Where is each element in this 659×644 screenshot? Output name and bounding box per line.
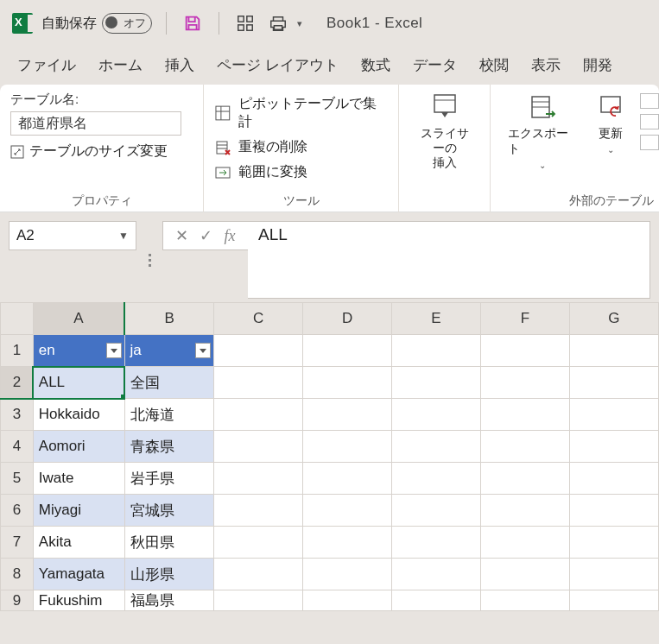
- unlink-icon[interactable]: [640, 135, 659, 150]
- cell[interactable]: [392, 335, 481, 367]
- cell[interactable]: [481, 463, 570, 495]
- tab-insert[interactable]: 挿入: [155, 50, 205, 80]
- cell[interactable]: [214, 590, 303, 611]
- addins-icon[interactable]: [233, 11, 257, 35]
- cell[interactable]: 山形県: [124, 559, 213, 590]
- cell[interactable]: 福島県: [124, 590, 213, 611]
- cell[interactable]: [569, 463, 658, 495]
- cell[interactable]: [392, 527, 481, 559]
- select-all-corner[interactable]: [1, 303, 34, 335]
- tab-developer[interactable]: 開発: [573, 50, 623, 80]
- cell[interactable]: [214, 367, 303, 399]
- cell[interactable]: [481, 559, 570, 590]
- cell[interactable]: Iwate: [33, 463, 124, 495]
- filter-dropdown-icon[interactable]: [106, 343, 122, 358]
- cell[interactable]: Yamagata: [33, 559, 124, 590]
- cell-A2[interactable]: ALL: [33, 367, 124, 399]
- cell[interactable]: Fukushim: [33, 590, 124, 611]
- tab-page-layout[interactable]: ページ レイアウト: [206, 50, 349, 80]
- cell[interactable]: Akita: [33, 527, 124, 559]
- open-in-browser-icon[interactable]: [640, 114, 659, 129]
- table-header-cell[interactable]: ja: [124, 335, 213, 367]
- tab-data[interactable]: データ: [402, 50, 467, 80]
- cell[interactable]: [569, 495, 658, 527]
- cell[interactable]: 北海道: [124, 399, 213, 431]
- cell[interactable]: [481, 495, 570, 527]
- save-icon[interactable]: [181, 11, 205, 35]
- cell[interactable]: 岩手県: [124, 463, 213, 495]
- chevron-down-icon[interactable]: ▼: [118, 230, 129, 242]
- cell[interactable]: [481, 527, 570, 559]
- export-button[interactable]: エクスポート ⌄: [501, 92, 583, 170]
- cell[interactable]: [303, 559, 392, 590]
- cell[interactable]: [303, 367, 392, 399]
- cell[interactable]: [569, 590, 658, 611]
- cell[interactable]: 秋田県: [124, 527, 213, 559]
- tab-view[interactable]: 表示: [521, 50, 571, 80]
- convert-to-range-button[interactable]: 範囲に変換: [214, 160, 388, 185]
- cell[interactable]: 青森県: [124, 431, 213, 463]
- cell[interactable]: [392, 559, 481, 590]
- cell[interactable]: 全国: [124, 367, 213, 399]
- cell[interactable]: [392, 399, 481, 431]
- col-header-C[interactable]: C: [214, 303, 303, 335]
- col-header-G[interactable]: G: [569, 303, 658, 335]
- cell[interactable]: [392, 590, 481, 611]
- cell[interactable]: [481, 590, 570, 611]
- filter-dropdown-icon[interactable]: [195, 343, 211, 358]
- cell[interactable]: [392, 495, 481, 527]
- row-header[interactable]: 9: [1, 590, 34, 611]
- row-header[interactable]: 2: [1, 367, 34, 399]
- row-header[interactable]: 3: [1, 399, 34, 431]
- tab-file[interactable]: ファイル: [7, 50, 86, 80]
- cell[interactable]: [214, 431, 303, 463]
- cell[interactable]: [481, 399, 570, 431]
- cell[interactable]: [214, 335, 303, 367]
- insert-slicer-button[interactable]: スライサーの挿入: [409, 92, 479, 169]
- formula-bar[interactable]: ALL: [248, 221, 650, 299]
- row-header[interactable]: 6: [1, 495, 34, 527]
- col-header-B[interactable]: B: [124, 303, 213, 335]
- cancel-icon[interactable]: ✕: [172, 226, 191, 245]
- cell[interactable]: Aomori: [33, 431, 124, 463]
- cell[interactable]: [214, 527, 303, 559]
- col-header-E[interactable]: E: [392, 303, 481, 335]
- grip-icon[interactable]: [145, 221, 154, 299]
- row-header[interactable]: 4: [1, 431, 34, 463]
- pivot-summarize-button[interactable]: ピボットテーブルで集計: [214, 92, 388, 135]
- cell[interactable]: [569, 527, 658, 559]
- cell[interactable]: [214, 495, 303, 527]
- col-header-D[interactable]: D: [303, 303, 392, 335]
- name-box[interactable]: A2▼: [9, 221, 136, 250]
- tab-review[interactable]: 校閲: [469, 50, 519, 80]
- autosave-toggle[interactable]: オフ: [102, 13, 152, 34]
- cell[interactable]: [392, 367, 481, 399]
- cell[interactable]: [303, 495, 392, 527]
- cell[interactable]: [214, 399, 303, 431]
- resize-table-button[interactable]: テーブルのサイズ変更: [10, 142, 193, 161]
- cell[interactable]: [392, 463, 481, 495]
- qat-customize-icon[interactable]: ▾: [297, 18, 302, 29]
- refresh-button[interactable]: 更新 ⌄: [588, 92, 633, 155]
- cell[interactable]: [214, 559, 303, 590]
- tab-formulas[interactable]: 数式: [351, 50, 401, 80]
- row-header[interactable]: 1: [1, 335, 34, 367]
- cell[interactable]: [214, 463, 303, 495]
- cell[interactable]: [569, 399, 658, 431]
- remove-duplicates-button[interactable]: 重複の削除: [214, 135, 388, 160]
- cell[interactable]: [569, 559, 658, 590]
- row-header[interactable]: 7: [1, 527, 34, 559]
- cell[interactable]: [303, 399, 392, 431]
- cell[interactable]: [303, 527, 392, 559]
- print-icon[interactable]: [266, 11, 290, 35]
- cell[interactable]: [569, 335, 658, 367]
- table-header-cell[interactable]: en: [33, 335, 124, 367]
- enter-icon[interactable]: ✓: [196, 226, 215, 245]
- cell[interactable]: [569, 431, 658, 463]
- cell[interactable]: [392, 431, 481, 463]
- col-header-F[interactable]: F: [481, 303, 570, 335]
- fx-icon[interactable]: fx: [220, 227, 239, 245]
- tablename-input[interactable]: [10, 111, 181, 136]
- col-header-A[interactable]: A: [33, 303, 124, 335]
- cell[interactable]: Hokkaido: [33, 399, 124, 431]
